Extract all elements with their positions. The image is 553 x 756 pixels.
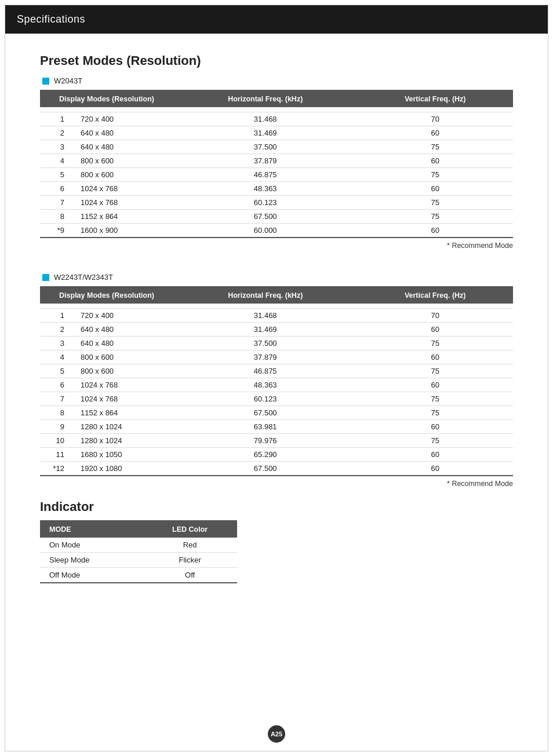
row-vfreq: 60 — [357, 224, 513, 238]
indicator-col-led: LED Color — [143, 521, 237, 538]
row-hfreq: 60.123 — [173, 196, 357, 210]
row-num: 5 — [40, 364, 69, 378]
col-hfreq-2: Horizontal Freq. (kHz) — [173, 287, 357, 304]
row-hfreq: 67.500 — [173, 462, 357, 476]
model-2-table-header: Display Modes (Resolution) Horizontal Fr… — [40, 287, 513, 304]
row-res: 640 x 480 — [69, 337, 173, 350]
row-num: 10 — [40, 434, 69, 448]
list-item: Off Mode Off — [40, 568, 237, 583]
table-row: 7 1024 x 768 60.123 75 — [40, 196, 513, 210]
table-row: 6 1024 x 768 48.363 60 — [40, 182, 513, 196]
row-vfreq: 60 — [357, 378, 513, 392]
table-row: 5 800 x 600 46.875 75 — [40, 364, 513, 378]
row-num: *9 — [40, 224, 69, 238]
indicator-header: MODE LED Color — [40, 521, 237, 538]
model-1-label: W2043T — [42, 76, 513, 85]
row-vfreq: 75 — [357, 406, 513, 420]
row-hfreq: 37.500 — [173, 140, 357, 154]
page-border: Specifications Preset Modes (Resolution)… — [5, 5, 548, 751]
row-vfreq: 75 — [357, 210, 513, 224]
row-vfreq: 60 — [357, 182, 513, 196]
indicator-led: Flicker — [143, 553, 237, 568]
row-hfreq: 37.500 — [173, 337, 357, 350]
row-num: 3 — [40, 140, 69, 154]
table-row: 2 640 x 480 31.469 60 — [40, 126, 513, 140]
row-vfreq: 60 — [357, 323, 513, 337]
row-res: 720 x 400 — [69, 112, 173, 126]
row-num: 5 — [40, 168, 69, 182]
row-num: 1 — [40, 112, 69, 126]
row-hfreq: 67.500 — [173, 210, 357, 224]
row-res: 1024 x 768 — [69, 392, 173, 406]
header-bar: Specifications — [5, 5, 548, 34]
row-num: 4 — [40, 154, 69, 168]
list-item: Sleep Mode Flicker — [40, 553, 237, 568]
row-num: 2 — [40, 126, 69, 140]
row-hfreq: 31.469 — [173, 323, 357, 337]
row-res: 1024 x 768 — [69, 378, 173, 392]
row-num: 11 — [40, 448, 69, 462]
row-res: 640 x 480 — [69, 323, 173, 337]
model-1-table-header: Display Modes (Resolution) Horizontal Fr… — [40, 90, 513, 107]
row-res: 1280 x 1024 — [69, 434, 173, 448]
row-res: 800 x 600 — [69, 168, 173, 182]
col-display-modes-1: Display Modes (Resolution) — [40, 90, 173, 107]
row-hfreq: 60.123 — [173, 392, 357, 406]
table-row: *9 1600 x 900 60.000 60 — [40, 224, 513, 238]
row-vfreq: 75 — [357, 196, 513, 210]
row-hfreq: 37.879 — [173, 154, 357, 168]
table-row: 2 640 x 480 31.469 60 — [40, 323, 513, 337]
indicator-col-mode: MODE — [40, 521, 143, 538]
indicator-table: MODE LED Color On Mode Red Sleep Mode Fl… — [40, 520, 237, 583]
indicator-mode: Sleep Mode — [40, 553, 143, 568]
col-vfreq-1: Vertical Freq. (Hz) — [357, 90, 513, 107]
indicator-mode: On Mode — [40, 538, 143, 553]
row-hfreq: 63.981 — [173, 420, 357, 434]
table-row: 3 640 x 480 37.500 75 — [40, 337, 513, 350]
table-row: 4 800 x 600 37.879 60 — [40, 154, 513, 168]
indicator-led: Red — [143, 538, 237, 553]
model-2-recommend: * Recommend Mode — [40, 480, 513, 488]
col-hfreq-1: Horizontal Freq. (kHz) — [173, 90, 357, 107]
row-res: 1024 x 768 — [69, 196, 173, 210]
row-num: 9 — [40, 420, 69, 434]
row-vfreq: 60 — [357, 350, 513, 364]
model-2-table: Display Modes (Resolution) Horizontal Fr… — [40, 286, 513, 476]
row-hfreq: 37.879 — [173, 350, 357, 364]
table-row: 1 720 x 400 31.468 70 — [40, 309, 513, 323]
preset-modes-title: Preset Modes (Resolution) — [40, 53, 513, 68]
table-row: 5 800 x 600 46.875 75 — [40, 168, 513, 182]
row-res: 640 x 480 — [69, 126, 173, 140]
row-num: 8 — [40, 210, 69, 224]
row-vfreq: 75 — [357, 434, 513, 448]
row-num: 3 — [40, 337, 69, 350]
model-2-icon — [42, 274, 49, 281]
main-content: Preset Modes (Resolution) W2043T Display… — [5, 34, 548, 607]
row-hfreq: 79.976 — [173, 434, 357, 448]
row-num: 4 — [40, 350, 69, 364]
col-display-modes-2: Display Modes (Resolution) — [40, 287, 173, 304]
row-vfreq: 60 — [357, 462, 513, 476]
page-number: A25 — [268, 725, 285, 743]
row-res: 720 x 400 — [69, 309, 173, 323]
row-vfreq: 60 — [357, 420, 513, 434]
row-res: 640 x 480 — [69, 140, 173, 154]
row-hfreq: 65.290 — [173, 448, 357, 462]
table-row: 8 1152 x 864 67.500 75 — [40, 406, 513, 420]
col-vfreq-2: Vertical Freq. (Hz) — [357, 287, 513, 304]
row-res: 1680 x 1050 — [69, 448, 173, 462]
indicator-mode: Off Mode — [40, 568, 143, 583]
row-num: 6 — [40, 378, 69, 392]
row-hfreq: 31.468 — [173, 112, 357, 126]
model-2-section: W2243T/W2343T Display Modes (Resolution)… — [40, 273, 513, 488]
row-num: 8 — [40, 406, 69, 420]
table-row: 10 1280 x 1024 79.976 75 — [40, 434, 513, 448]
row-vfreq: 75 — [357, 364, 513, 378]
table-row: 11 1680 x 1050 65.290 60 — [40, 448, 513, 462]
table-row: 8 1152 x 864 67.500 75 — [40, 210, 513, 224]
row-num: 2 — [40, 323, 69, 337]
row-num: 1 — [40, 309, 69, 323]
row-num: 7 — [40, 392, 69, 406]
row-hfreq: 48.363 — [173, 182, 357, 196]
row-res: 800 x 600 — [69, 364, 173, 378]
